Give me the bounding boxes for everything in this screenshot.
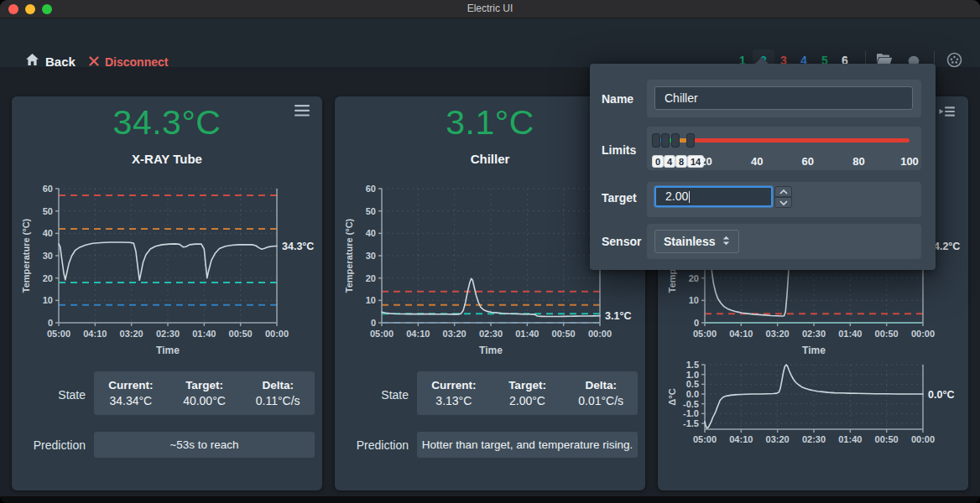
panel-title: X-RAY Tube [12,152,322,166]
back-button[interactable]: Back [25,53,76,70]
name-row: Chiller [647,80,921,117]
target-header: Target: [168,379,242,392]
delta-value: 0.11°C/s [241,394,315,407]
sensor-select[interactable]: Stainless [654,230,739,253]
limit-handle[interactable] [686,133,695,148]
state-delta: Delta: 0.01°C/s [564,371,638,415]
app-window: Electric UI Back Disconnect 1 2 3 4 5 6 [0,0,980,503]
target-row: 2.00 [647,182,921,217]
svg-text:02:30: 02:30 [479,329,503,339]
disconnect-x-icon [89,54,99,70]
svg-text:00:50: 00:50 [552,329,576,339]
svg-text:50: 50 [43,206,53,216]
svg-text:20: 20 [366,273,376,283]
svg-text:00:00: 00:00 [265,329,289,339]
svg-text:1.0: 1.0 [686,370,699,380]
svg-text:30: 30 [366,251,376,261]
limit-scale-tick: 20 [700,155,712,168]
target-label: Target [602,191,645,205]
target-header: Target: [491,379,565,392]
svg-text:Time: Time [479,345,503,356]
limit-handle-value: 4 [664,155,675,168]
svg-text:01:40: 01:40 [515,329,539,339]
svg-text:0: 0 [48,318,53,328]
state-current: Current: 3.13°C [417,371,491,415]
svg-text:Temperature (°C): Temperature (°C) [344,218,354,293]
window-title: Electric UI [0,0,980,18]
name-input[interactable]: Chiller [654,86,913,110]
home-icon [25,53,39,70]
limit-scale-tick: 40 [751,155,763,168]
svg-text:02:30: 02:30 [802,434,826,444]
disconnect-button[interactable]: Disconnect [89,54,168,70]
svg-text:03:20: 03:20 [766,329,790,339]
svg-text:10: 10 [689,295,699,305]
svg-text:60: 60 [43,184,53,194]
svg-text:20: 20 [689,273,699,283]
popover-arrow [754,57,769,65]
collapse-panel-icon[interactable] [939,105,957,123]
sensor-row: Stainless [647,224,921,259]
svg-text:03:20: 03:20 [766,434,790,444]
svg-text:00:50: 00:50 [875,329,899,339]
sensor-settings-popover: Name Chiller Limits 0481420406080100 Tar… [590,64,936,270]
svg-text:05:00: 05:00 [370,329,394,339]
prediction-label: Prediction [12,438,86,452]
hamburger-menu-icon[interactable] [295,104,313,122]
sensor-select-value: Stainless [664,235,715,248]
bottom-edge [0,496,980,503]
svg-text:3.1°C: 3.1°C [605,310,631,322]
svg-text:0.0°C: 0.0°C [928,389,954,401]
limit-scale-tick: 80 [852,155,864,168]
back-label: Back [45,54,76,69]
svg-text:20: 20 [43,273,53,283]
svg-text:04:10: 04:10 [406,329,430,339]
svg-text:1.5: 1.5 [686,360,699,370]
limit-handle[interactable] [652,133,660,148]
current-value: 34.34°C [94,394,168,407]
connector-icon[interactable] [946,52,962,71]
svg-text:10: 10 [43,295,53,305]
svg-text:05:00: 05:00 [47,329,70,339]
svg-text:04:10: 04:10 [729,329,753,339]
svg-text:01:40: 01:40 [838,329,862,339]
prediction-label: Prediction [335,438,409,452]
svg-text:02:30: 02:30 [802,329,826,339]
svg-text:Temperature (°C): Temperature (°C) [21,218,31,293]
svg-text:-1.5: -1.5 [683,418,699,428]
limits-row: 0481420406080100 [647,127,921,170]
svg-text:03:20: 03:20 [120,329,143,339]
current-header: Current: [94,379,168,392]
svg-text:60: 60 [366,184,376,194]
state-target: Target: 2.00°C [491,371,565,415]
svg-text:05:00: 05:00 [693,434,717,444]
svg-text:05:00: 05:00 [693,329,717,339]
svg-text:02:30: 02:30 [156,329,180,339]
svg-text:40: 40 [366,228,376,238]
svg-text:0: 0 [371,318,376,328]
svg-text:0: 0 [694,318,699,328]
limit-handle[interactable] [661,133,670,148]
limits-slider[interactable]: 0481420406080100 [655,133,910,163]
target-input[interactable]: 2.00 [654,186,773,207]
name-label: Name [602,92,645,106]
decrement-button[interactable] [774,197,792,208]
prediction-box: Hotter than target, and temperature risi… [417,432,638,458]
third-delta-chart: 1.51.00.50.0-0.5-1.0-1.505:0004:1003:200… [665,356,967,457]
svg-text:00:00: 00:00 [911,329,935,339]
state-delta: Delta: 0.11°C/s [241,371,315,415]
titlebar: Electric UI [0,0,980,18]
state-target: Target: 40.00°C [168,371,242,415]
svg-text:04:10: 04:10 [729,434,753,444]
svg-text:Time: Time [802,345,826,356]
current-value: 3.13°C [417,394,491,407]
limit-handle[interactable] [671,133,680,148]
increment-button[interactable] [774,186,792,197]
svg-text:03:20: 03:20 [443,329,467,339]
svg-text:30: 30 [43,251,53,261]
delta-header: Delta: [241,379,315,392]
svg-text:0.0: 0.0 [686,389,699,399]
target-input-value: 2.00 [665,189,688,203]
limits-label: Limits [602,143,645,157]
caret-sort-icon [722,235,730,248]
